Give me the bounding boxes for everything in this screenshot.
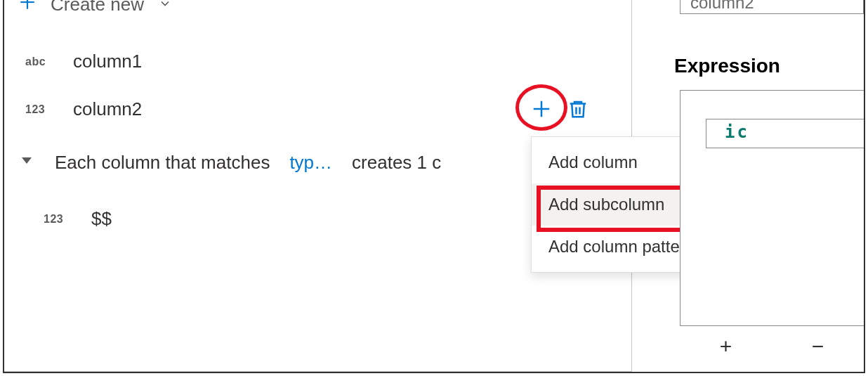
create-new-button[interactable]: Create new [18, 0, 172, 16]
pattern-prefix: Each column that matches [55, 152, 270, 174]
zoom-controls: + − [680, 335, 864, 358]
type-tag-123: 123 [25, 103, 53, 116]
column-pattern-row[interactable]: Each column that matches typ… creates 1 … [18, 152, 441, 174]
column-name: column1 [73, 51, 142, 72]
pattern-type-link[interactable]: typ… [289, 152, 332, 174]
subcolumn-name: $$ [91, 208, 112, 230]
expression-label: Expression [674, 55, 780, 77]
add-button[interactable] [531, 98, 552, 119]
right-panel: column2 Expression ic + − [674, 0, 864, 372]
column-row[interactable]: 123 column2 [25, 98, 142, 120]
expression-snippet: ic [706, 119, 864, 148]
triangle-down-icon[interactable] [18, 152, 35, 174]
svg-marker-2 [22, 157, 32, 164]
expression-editor[interactable]: ic [680, 90, 864, 326]
column-name-field[interactable]: column2 [680, 0, 864, 14]
row-actions [531, 98, 588, 119]
plus-button[interactable]: + [699, 335, 754, 358]
type-tag-abc: abc [25, 56, 53, 68]
subcolumn-row[interactable]: 123 $$ [44, 208, 112, 230]
plus-icon [18, 0, 37, 16]
column-row[interactable]: abc column1 [25, 51, 142, 72]
main-panel: Create new abc column1 123 column2 Each … [4, 0, 632, 372]
create-new-label: Create new [51, 0, 144, 15]
pattern-suffix: creates 1 c [352, 152, 441, 174]
minus-button[interactable]: − [791, 335, 846, 358]
column-name: column2 [73, 98, 142, 120]
field-value: column2 [690, 0, 754, 13]
type-tag-123: 123 [44, 213, 72, 226]
chevron-down-icon [158, 0, 172, 15]
delete-button[interactable] [567, 98, 588, 119]
